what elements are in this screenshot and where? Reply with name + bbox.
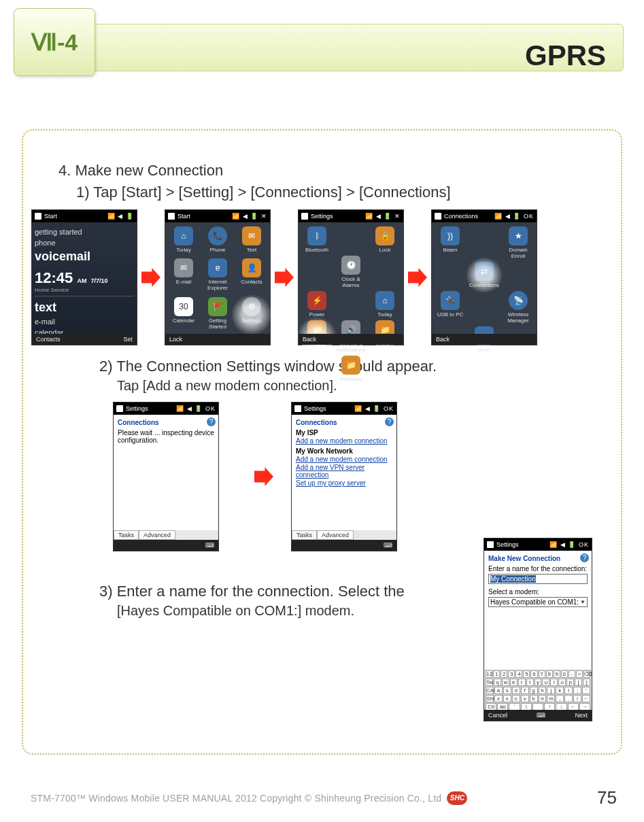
key[interactable]: = xyxy=(576,670,583,678)
key[interactable]: 7 xyxy=(539,670,545,678)
key[interactable]: h xyxy=(539,687,547,694)
key[interactable]: ] xyxy=(583,679,590,686)
key[interactable]: - xyxy=(569,670,575,678)
key[interactable]: s xyxy=(503,687,511,694)
screenshot-row-2: Settings📶 ◀ 🔋 OK ? Connections Please wa… xyxy=(113,402,592,551)
key[interactable]: / xyxy=(573,695,581,702)
key[interactable]: ; xyxy=(573,687,581,694)
step-heading: 4. Make new Connection xyxy=(58,162,592,179)
content-panel: 4. Make new Connection 1) Tap [Start] > … xyxy=(22,129,622,755)
key[interactable]: 4 xyxy=(515,670,522,678)
modem-select[interactable]: Hayes Compatible on COM1: xyxy=(488,597,588,607)
step-sub3-l1: 3) Enter a name for the connection. Sele… xyxy=(99,583,470,600)
chapter-label: Ⅶ-4 xyxy=(31,29,78,56)
key[interactable]: v xyxy=(521,695,529,702)
footer-text: STM-7700™ Windows Mobile USER MANUAL 201… xyxy=(31,793,441,804)
chapter-tab: Ⅶ-4 xyxy=(14,8,95,76)
screenshot-home: Start 📶 ◀ 🔋 getting started phone voicem… xyxy=(31,209,137,345)
link-add-modem-work[interactable]: Add a new modem connection xyxy=(296,456,392,463)
key[interactable]: f xyxy=(521,687,529,694)
connection-name-input[interactable]: My Connection xyxy=(488,574,588,584)
key[interactable]: 5 xyxy=(523,670,530,678)
page-title: GPRS xyxy=(525,39,606,72)
key[interactable]: 3 xyxy=(508,670,515,678)
link-add-modem-isp[interactable]: Add a new modem connection xyxy=(296,437,392,445)
key[interactable]: ' xyxy=(582,687,590,694)
screenshot-settings: Settings📶 ◀ 🔋 ✕ ᛒBluetooth 🔒Lock 🕐Clock … xyxy=(298,209,404,345)
status-icons: 📶 ◀ 🔋 xyxy=(107,213,134,220)
help-icon: ? xyxy=(580,553,589,562)
screenshot-start-menu: Start📶 ◀ 🔋 ✕ ⌂Today 📞Phone ✉Text ✉E-mail… xyxy=(165,209,271,345)
key[interactable]: CAP xyxy=(486,687,494,694)
screenshot-conn-inspect: Settings📶 ◀ 🔋 OK ? Connections Please wa… xyxy=(113,402,219,551)
key[interactable]: 0 xyxy=(561,670,568,678)
key[interactable]: [ xyxy=(575,679,582,686)
key[interactable]: n xyxy=(539,695,547,702)
key[interactable]: 123 xyxy=(486,670,492,678)
key[interactable]: d xyxy=(512,687,520,694)
key[interactable]: x xyxy=(503,695,511,702)
key[interactable]: t xyxy=(526,679,534,686)
help-icon: ? xyxy=(207,417,216,426)
key[interactable]: 8 xyxy=(546,670,553,678)
key[interactable]: r xyxy=(518,679,526,686)
key[interactable]: a xyxy=(494,687,503,694)
link-add-vpn[interactable]: Add a new VPN server connection xyxy=(296,464,392,479)
key[interactable]: 6 xyxy=(530,670,537,678)
key[interactable]: l xyxy=(564,687,573,694)
key[interactable]: 9 xyxy=(554,670,560,678)
key[interactable]: ⌫ xyxy=(583,670,590,678)
key[interactable]: i xyxy=(550,679,558,686)
key[interactable]: Tab xyxy=(486,679,493,686)
key[interactable]: u xyxy=(542,679,549,686)
key[interactable]: m xyxy=(547,695,555,702)
key[interactable]: k xyxy=(556,687,564,694)
next-button[interactable]: Next xyxy=(575,712,588,719)
on-screen-keyboard[interactable]: 1231234567890-=⌫ Tabqwertyuiop[] CAPasdf… xyxy=(484,669,592,710)
key[interactable]: e xyxy=(510,679,518,686)
key[interactable]: 2 xyxy=(501,670,507,678)
step-sub3-l2: [Hayes Compatible on COM1:] modem. xyxy=(117,603,470,619)
wm-softkeys: Contacts Set xyxy=(32,334,137,345)
shc-logo: SHC xyxy=(447,791,467,805)
arrow-icon xyxy=(254,467,273,486)
key[interactable]: w xyxy=(502,679,509,686)
screenshot-conn-list: Settings📶 ◀ 🔋 OK ? Connections My ISP Ad… xyxy=(291,402,397,551)
key[interactable]: q xyxy=(494,679,501,686)
wm-top-bar: Start 📶 ◀ 🔋 xyxy=(32,210,137,222)
windows-icon xyxy=(35,213,41,220)
key[interactable]: 1 xyxy=(493,670,500,678)
home-body: getting started phone voicemail 12:45 AM… xyxy=(32,222,137,334)
screenshot-connections: Connections📶 ◀ 🔋 OK ))Beam ★Domain Enrol… xyxy=(431,209,537,345)
title-band: GPRS xyxy=(54,24,624,71)
key[interactable]: c xyxy=(512,695,520,702)
key[interactable]: Shift xyxy=(486,695,494,702)
screenshot-row-1: Start 📶 ◀ 🔋 getting started phone voicem… xyxy=(31,209,592,345)
key[interactable]: z xyxy=(494,695,503,702)
page-footer: STM-7700™ Windows Mobile USER MANUAL 201… xyxy=(0,787,644,808)
wm-title: Start xyxy=(44,213,57,220)
key[interactable]: ← xyxy=(582,695,590,702)
key[interactable]: o xyxy=(558,679,566,686)
cancel-button[interactable]: Cancel xyxy=(488,712,507,719)
help-icon: ? xyxy=(385,417,394,426)
key[interactable]: . xyxy=(564,695,573,702)
key[interactable]: j xyxy=(547,687,555,694)
step-sub1: 1) Tap [Start] > [Setting] > [Connection… xyxy=(76,184,592,201)
screenshot-make-connection: Settings📶 ◀ 🔋 OK ? Make New Connection E… xyxy=(484,538,592,721)
key[interactable]: g xyxy=(530,687,538,694)
page-header: GPRS Ⅶ-4 xyxy=(0,0,644,109)
key[interactable]: y xyxy=(535,679,542,686)
start-grid: ⌂Today 📞Phone ✉Text ✉E-mail eInternet Ex… xyxy=(165,222,270,334)
key[interactable]: , xyxy=(556,695,564,702)
arrow-icon xyxy=(275,268,294,287)
page-number: 75 xyxy=(597,787,617,808)
arrow-icon xyxy=(408,268,427,287)
arrow-icon xyxy=(141,268,160,287)
link-proxy[interactable]: Set up my proxy server xyxy=(296,479,392,487)
key[interactable]: p xyxy=(566,679,574,686)
key[interactable]: b xyxy=(530,695,538,702)
